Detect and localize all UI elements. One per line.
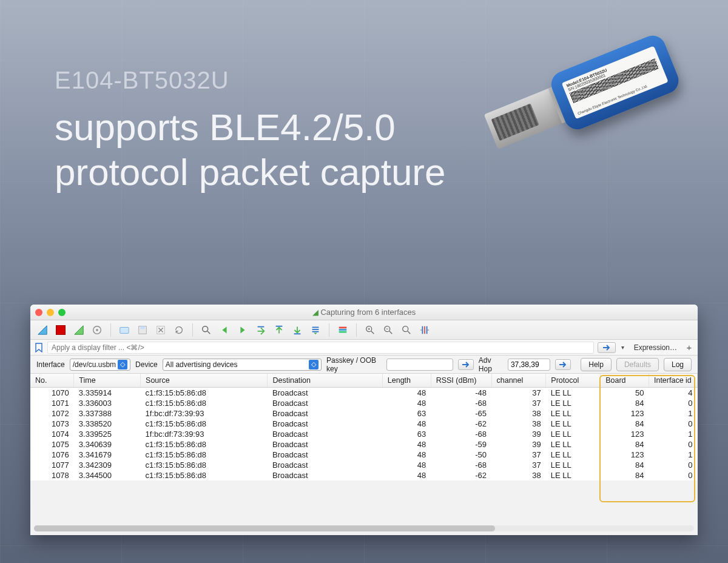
find-icon[interactable] bbox=[200, 324, 212, 336]
save-file-icon[interactable] bbox=[136, 324, 149, 336]
close-file-icon[interactable] bbox=[155, 324, 167, 336]
wireshark-window: ◢ Capturing from 6 interfaces bbox=[30, 305, 698, 535]
headline-line2: protocol packet capture bbox=[55, 151, 446, 193]
cell-length: 48 bbox=[382, 470, 431, 480]
passkey-input[interactable] bbox=[386, 359, 453, 371]
filter-history-dropdown[interactable]: ▾ bbox=[619, 344, 627, 351]
reload-icon[interactable] bbox=[173, 324, 185, 336]
col-length[interactable]: Length bbox=[382, 374, 431, 388]
col-destination[interactable]: Destination bbox=[268, 374, 382, 388]
packet-list-table[interactable]: No. Time Source Destination Length RSSI … bbox=[30, 374, 698, 480]
col-board[interactable]: Board bbox=[601, 374, 649, 388]
cell-channel: 38 bbox=[491, 470, 546, 480]
col-channel[interactable]: channel bbox=[491, 374, 546, 388]
col-protocol[interactable]: Protocol bbox=[546, 374, 601, 388]
open-file-icon[interactable] bbox=[118, 324, 130, 336]
auto-scroll-icon[interactable] bbox=[309, 324, 322, 336]
table-row[interactable]: 10753.340639c1:f3:15:b5:86:d8Broadcast48… bbox=[30, 439, 698, 450]
cell-board: 84 bbox=[601, 398, 649, 408]
colorize-icon[interactable] bbox=[337, 324, 349, 336]
cell-destination: Broadcast bbox=[268, 470, 382, 480]
cell-time: 3.336003 bbox=[74, 398, 141, 408]
cell-destination: Broadcast bbox=[268, 450, 382, 460]
advhop-input[interactable] bbox=[508, 359, 550, 371]
table-row[interactable]: 10733.338520c1:f3:15:b5:86:d8Broadcast48… bbox=[30, 419, 698, 429]
select-caret-icon: ◇ bbox=[118, 360, 127, 369]
table-row[interactable]: 10703.335914c1:f3:15:b5:86:d8Broadcast48… bbox=[30, 388, 698, 399]
cell-board: 84 bbox=[601, 470, 649, 480]
cell-protocol: LE LL bbox=[546, 398, 601, 408]
interface-select[interactable]: /dev/cu.usbm ◇ bbox=[70, 359, 130, 371]
cell-interface-id: 0 bbox=[649, 470, 697, 480]
zoom-in-icon[interactable] bbox=[364, 324, 376, 336]
expression-button[interactable]: Expression… bbox=[630, 343, 681, 352]
col-source[interactable]: Source bbox=[141, 374, 268, 388]
table-row[interactable]: 10723.3373881f:bc:df:73:39:93Broadcast63… bbox=[30, 408, 698, 419]
cell-interface-id: 1 bbox=[649, 408, 697, 419]
svg-line-22 bbox=[389, 331, 393, 334]
go-first-icon[interactable] bbox=[273, 324, 285, 336]
advhop-apply-button[interactable] bbox=[555, 359, 571, 370]
cell-board: 123 bbox=[601, 429, 649, 439]
cell-time: 3.340639 bbox=[74, 439, 141, 450]
wireshark-fin-icon: ◢ bbox=[312, 308, 318, 317]
svg-rect-2 bbox=[120, 327, 129, 333]
table-row[interactable]: 10743.3395251f:bc:df:73:39:93Broadcast63… bbox=[30, 429, 698, 439]
cell-source: c1:f3:15:b5:86:d8 bbox=[141, 460, 268, 470]
cell-source: 1f:bc:df:73:39:93 bbox=[141, 429, 268, 439]
cell-no: 1078 bbox=[30, 470, 74, 480]
bookmark-icon[interactable] bbox=[34, 343, 44, 352]
table-header-row: No. Time Source Destination Length RSSI … bbox=[30, 374, 698, 388]
cell-destination: Broadcast bbox=[268, 439, 382, 450]
defaults-button[interactable]: Defaults bbox=[616, 358, 659, 371]
apply-filter-button[interactable] bbox=[598, 342, 616, 353]
sniffer-params-bar: Interface /dev/cu.usbm ◇ Device All adve… bbox=[30, 356, 698, 374]
headline-line1: supports BLE4.2/5.0 bbox=[55, 106, 396, 148]
col-no[interactable]: No. bbox=[30, 374, 74, 388]
go-back-icon[interactable] bbox=[218, 324, 231, 336]
device-select[interactable]: All advertising devices ◇ bbox=[163, 359, 322, 371]
main-toolbar bbox=[30, 320, 698, 340]
col-rssi[interactable]: RSSI (dBm) bbox=[431, 374, 491, 388]
cell-channel: 39 bbox=[491, 429, 546, 439]
passkey-apply-button[interactable] bbox=[458, 359, 474, 370]
cell-rssi: -50 bbox=[431, 450, 491, 460]
cell-protocol: LE LL bbox=[546, 470, 601, 480]
scrollbar-thumb[interactable] bbox=[34, 525, 495, 531]
passkey-label: Passkey / OOB key bbox=[326, 356, 382, 373]
cell-protocol: LE LL bbox=[546, 419, 601, 429]
cell-length: 63 bbox=[382, 408, 431, 419]
cell-interface-id: 1 bbox=[649, 429, 697, 439]
table-row[interactable]: 10713.336003c1:f3:15:b5:86:d8Broadcast48… bbox=[30, 398, 698, 408]
go-forward-icon[interactable] bbox=[237, 324, 249, 336]
resize-columns-icon[interactable] bbox=[419, 324, 431, 336]
zoom-reset-icon[interactable] bbox=[400, 324, 413, 336]
horizontal-scrollbar[interactable] bbox=[34, 525, 694, 531]
cell-rssi: -68 bbox=[431, 398, 491, 408]
cell-time: 3.335914 bbox=[74, 388, 141, 399]
col-interface-id[interactable]: Interface id bbox=[649, 374, 697, 388]
start-capture-icon[interactable] bbox=[36, 324, 49, 336]
cell-channel: 38 bbox=[491, 408, 546, 419]
zoom-out-icon[interactable] bbox=[382, 324, 394, 336]
log-button[interactable]: Log bbox=[664, 358, 692, 371]
help-button[interactable]: Help bbox=[581, 358, 612, 371]
display-filter-bar: ▾ Expression… + bbox=[30, 340, 698, 356]
hero-text: E104-BT5032U supports BLE4.2/5.0 protoco… bbox=[55, 67, 516, 195]
stop-capture-icon[interactable] bbox=[55, 324, 67, 336]
cell-length: 48 bbox=[382, 450, 431, 460]
col-time[interactable]: Time bbox=[74, 374, 141, 388]
table-row[interactable]: 10763.341679c1:f3:15:b5:86:d8Broadcast48… bbox=[30, 450, 698, 460]
capture-options-icon[interactable] bbox=[91, 324, 103, 336]
restart-capture-icon[interactable] bbox=[73, 324, 85, 336]
table-row[interactable]: 10773.342309c1:f3:15:b5:86:d8Broadcast48… bbox=[30, 460, 698, 470]
table-row[interactable]: 10783.344500c1:f3:15:b5:86:d8Broadcast48… bbox=[30, 470, 698, 480]
go-to-packet-icon[interactable] bbox=[255, 324, 267, 336]
toolbar-separator bbox=[192, 323, 193, 337]
go-last-icon[interactable] bbox=[291, 324, 303, 336]
add-filter-button[interactable]: + bbox=[684, 342, 694, 352]
cell-no: 1071 bbox=[30, 398, 74, 408]
cell-rssi: -48 bbox=[431, 388, 491, 399]
display-filter-input[interactable] bbox=[47, 342, 594, 354]
cell-time: 3.341679 bbox=[74, 450, 141, 460]
